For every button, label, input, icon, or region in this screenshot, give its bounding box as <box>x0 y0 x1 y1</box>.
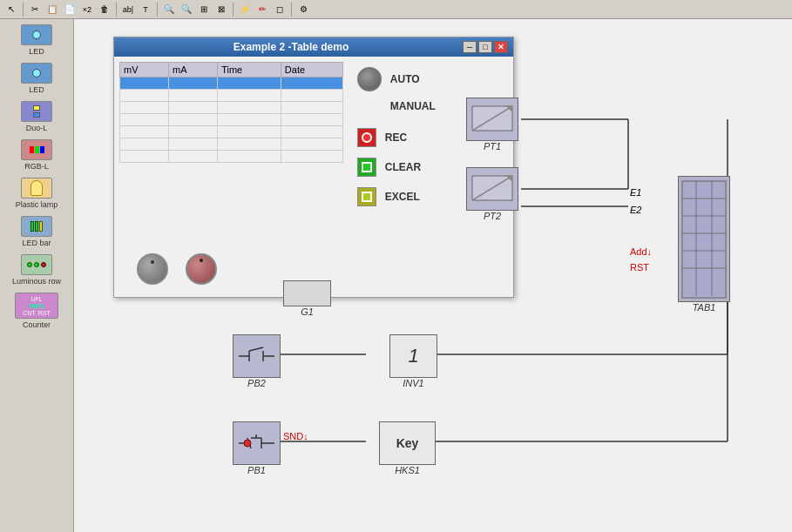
toolbar-icon-del[interactable]: 🗑 <box>97 2 112 17</box>
table-row[interactable] <box>120 151 343 163</box>
excel-button[interactable]: EXCEL <box>385 191 420 203</box>
sidebar-label-led2: LED <box>29 85 44 94</box>
inv1-label: INV1 <box>389 378 437 388</box>
sidebar-item-rgb[interactable]: RGB-L <box>3 138 71 172</box>
toolbar-eraser[interactable]: ◻ <box>272 2 288 17</box>
rec-button[interactable]: REC <box>385 131 407 144</box>
table-row[interactable] <box>120 126 343 138</box>
table-row[interactable] <box>120 90 343 102</box>
toolbar-icon-x2[interactable]: ×2 <box>79 2 95 17</box>
tab1-block[interactable]: TAB1 <box>678 176 730 313</box>
sidebar-label-counter: Counter <box>23 320 51 329</box>
e2-label: E2 <box>630 204 641 216</box>
sidebar-label-duo: Duo-L <box>26 124 48 132</box>
toolbar-zoom-out[interactable]: 🔍 <box>179 2 194 17</box>
toolbar-connect[interactable]: ⚡ <box>237 2 253 17</box>
toolbar-settings[interactable]: ⚙ <box>295 2 311 17</box>
toolbar: ↖ ✂ 📋 📄 ×2 🗑 ab| T 🔍 🔍 ⊞ ⊠ ⚡ ✏ ◻ ⚙ <box>0 0 792 19</box>
pb2-label: PB2 <box>233 378 281 388</box>
table-row[interactable] <box>120 77 343 90</box>
sidebar-item-led-bar[interactable]: LED bar <box>3 214 71 249</box>
sidebar-label-led1: LED <box>29 47 44 56</box>
sidebar-item-duo[interactable]: Duo-L <box>3 99 71 134</box>
led1-icon <box>21 24 52 45</box>
manual-label[interactable]: MANUAL <box>390 100 436 112</box>
dialog-titlebar: Example 2 -Table demo ─ □ ✕ <box>114 37 513 57</box>
pt1-block[interactable]: PT1 <box>466 98 518 152</box>
sidebar-label-luminous-row: Luminous row <box>12 277 61 286</box>
sidebar: LED LED Duo-L RGB-L Plastic lamp <box>0 19 74 532</box>
knob-2[interactable] <box>186 253 217 285</box>
pb1-symbol <box>237 426 276 461</box>
pt2-symbol <box>470 172 514 206</box>
inv1-box: 1 <box>389 334 437 378</box>
dialog-close-button[interactable]: ✕ <box>494 41 508 53</box>
pb1-block[interactable]: PB1 <box>233 421 281 475</box>
plastic-lamp-icon <box>21 178 52 199</box>
tab1-symbol <box>680 179 728 300</box>
pb1-label: PB1 <box>233 465 281 475</box>
pt1-box <box>466 98 518 141</box>
table-row[interactable] <box>120 114 343 126</box>
sidebar-item-plastic-lamp[interactable]: Plastic lamp <box>3 176 71 211</box>
rst-label: RST <box>630 261 649 273</box>
table-area: mV mA Time Date <box>114 57 349 299</box>
toolbar-icon-3[interactable]: 📋 <box>44 2 60 17</box>
sidebar-item-counter[interactable]: UFL 0001 CNTRST Counter <box>3 291 71 331</box>
clear-icon <box>357 158 376 177</box>
counter-icon: UFL 0001 CNTRST <box>15 293 58 319</box>
toolbar-icon-1[interactable]: ↖ <box>3 2 19 17</box>
g1-label: G1 <box>283 306 331 317</box>
main-canvas: Example 2 -Table demo ─ □ ✕ mV mA Time D… <box>74 19 792 532</box>
g1-block[interactable]: G1 <box>283 280 331 317</box>
clear-button[interactable]: CLEAR <box>385 161 421 173</box>
toolbar-icon-t2[interactable]: T <box>138 2 153 17</box>
auto-row: AUTO <box>357 67 504 91</box>
dialog-table-demo: Example 2 -Table demo ─ □ ✕ mV mA Time D… <box>113 37 514 298</box>
pb2-block[interactable]: PB2 <box>233 334 281 388</box>
toolbar-zoom-fit[interactable]: ⊞ <box>196 2 212 17</box>
table-row[interactable] <box>120 138 343 151</box>
add-label: Add↓ <box>630 246 652 258</box>
dialog-maximize-button[interactable]: □ <box>478 41 492 53</box>
knob-1-dot <box>151 260 154 264</box>
data-table: mV mA Time Date <box>119 62 343 163</box>
pt1-label: PT1 <box>484 141 501 152</box>
inv1-symbol: 1 <box>408 345 418 367</box>
sidebar-label-led-bar: LED bar <box>22 239 51 247</box>
dialog-minimize-button[interactable]: ─ <box>463 41 477 53</box>
knob-1[interactable] <box>137 253 168 285</box>
toolbar-icon-4[interactable]: 📄 <box>62 2 78 17</box>
auto-label[interactable]: AUTO <box>390 73 420 85</box>
led-bar-icon <box>21 216 52 237</box>
sidebar-label-rgb: RGB-L <box>24 162 49 171</box>
pb2-symbol <box>237 339 276 374</box>
table-row[interactable] <box>120 102 343 114</box>
auto-icon <box>357 67 382 91</box>
hks1-symbol: Key <box>396 436 419 450</box>
pt2-box <box>466 167 518 211</box>
pt2-block[interactable]: PT2 <box>466 167 518 221</box>
toolbar-zoom-custom[interactable]: ⊠ <box>213 2 229 17</box>
e1-label: E1 <box>630 186 641 199</box>
sidebar-item-led2[interactable]: LED <box>3 61 71 96</box>
toolbar-zoom-in[interactable]: 🔍 <box>161 2 177 17</box>
snd-label: SND↓ <box>283 430 308 442</box>
hks1-label: HKS1 <box>379 465 436 475</box>
sidebar-item-luminous-row[interactable]: Luminous row <box>3 253 71 287</box>
sidebar-label-plastic-lamp: Plastic lamp <box>16 200 58 209</box>
sidebar-item-led1[interactable]: LED <box>3 23 71 57</box>
toolbar-pen[interactable]: ✏ <box>254 2 270 17</box>
dialog-content: mV mA Time Date <box>114 57 513 299</box>
knob-2-dot <box>200 259 203 262</box>
toolbar-icon-2[interactable]: ✂ <box>27 2 43 17</box>
toolbar-icon-ab[interactable]: ab| <box>120 2 136 17</box>
led2-icon <box>21 63 52 84</box>
inv1-block[interactable]: 1 INV1 <box>389 334 437 388</box>
pt2-label: PT2 <box>484 211 501 221</box>
col-time: Time <box>218 63 281 77</box>
hks1-block[interactable]: Key HKS1 <box>379 421 436 475</box>
svg-line-32 <box>249 347 263 351</box>
pb2-box <box>233 334 281 378</box>
dialog-title: Example 2 -Table demo <box>119 41 463 53</box>
